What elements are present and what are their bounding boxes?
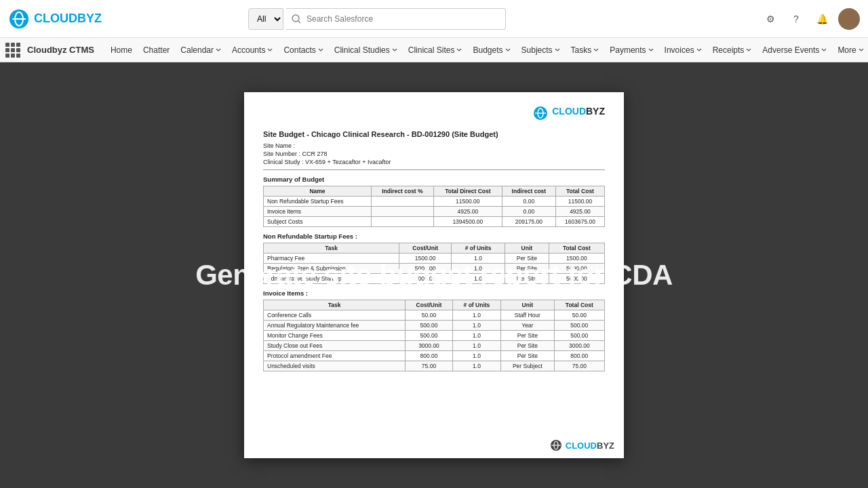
- chevron-down-icon: [821, 47, 827, 53]
- top-navigation: CLOUDBYZ All ⚙ ? 🔔: [0, 0, 868, 38]
- table-row: Pharmacy Fee 1500.00 1.0 Per Site 1500.0…: [264, 253, 605, 264]
- apps-grid-icon[interactable]: [5, 43, 20, 58]
- nav-icons: ⚙ ? 🔔: [761, 8, 860, 30]
- table-row: Non Refundable Startup Fees 11500.00 0.0…: [264, 197, 605, 207]
- invoice-section-title: Invoice Items :: [263, 289, 605, 297]
- nav-item-calendar[interactable]: Calendar: [175, 38, 226, 62]
- nav-item-contacts[interactable]: Contacts: [278, 38, 328, 62]
- search-input[interactable]: [286, 8, 506, 30]
- second-navigation: Cloudbyz CTMS Home Chatter Calendar Acco…: [0, 38, 868, 62]
- doc-site-number: Site Number : CCR 278: [263, 150, 605, 157]
- doc-logo-icon: [533, 106, 548, 121]
- chevron-down-icon: [746, 47, 751, 53]
- nav-item-adverse-events[interactable]: Adverse Events: [757, 38, 832, 62]
- document-title: Site Budget - Chicago Clinical Research …: [263, 130, 605, 138]
- nav-item-budgets[interactable]: Budgets: [467, 38, 515, 62]
- table-row: Unscheduled visits 75.00 1.0 Per Subject…: [264, 361, 605, 371]
- main-content: CLOUDBYZ Site Budget - Chicago Clinical …: [0, 62, 868, 488]
- nav-item-tasks[interactable]: Tasks: [566, 38, 605, 62]
- chevron-down-icon: [318, 47, 323, 53]
- cloudbyz-logo-icon: [8, 8, 30, 30]
- summary-col-total-direct: Total Direct Cost: [433, 186, 502, 197]
- invoice-table: Task Cost/Unit # of Units Unit Total Cos…: [263, 300, 605, 371]
- summary-col-indirect-pct: Indirect cost %: [371, 186, 433, 197]
- summary-col-name: Name: [264, 186, 372, 197]
- bottom-logo-icon: [550, 439, 562, 451]
- startup-section-title: Non Refundable Startup Fees :: [263, 232, 605, 240]
- chevron-down-icon: [267, 47, 273, 53]
- search-filter-dropdown[interactable]: All: [248, 8, 283, 30]
- notifications-icon-btn[interactable]: 🔔: [812, 9, 831, 28]
- logo-area: CLOUDBYZ: [8, 8, 117, 30]
- chevron-down-icon: [696, 47, 702, 53]
- startup-table: Task Cost/Unit # of Units Unit Total Cos…: [263, 243, 605, 284]
- table-row: Subject Costs 1394500.00 209175.00 16036…: [264, 217, 605, 227]
- doc-site-name: Site Name :: [263, 142, 605, 149]
- document-logo: CLOUDBYZ: [263, 106, 605, 121]
- table-row: Annual Regulatory Maintenance fee 500.00…: [264, 321, 605, 331]
- chevron-down-icon: [456, 47, 462, 53]
- table-row: Study Close out Fees 3000.00 1.0 Per Sit…: [264, 341, 605, 351]
- setup-icon-btn[interactable]: ⚙: [761, 9, 780, 28]
- help-icon-btn[interactable]: ?: [787, 9, 806, 28]
- chevron-down-icon: [648, 47, 654, 53]
- table-row: Conference Calls 50.00 1.0 Staff Hour 50…: [264, 310, 605, 321]
- svg-point-3: [292, 15, 299, 22]
- search-area: All: [248, 8, 506, 30]
- chevron-down-icon: [555, 47, 560, 53]
- table-row: Regulatory Prep & Submission 5000.00 1.0…: [264, 264, 605, 274]
- search-input-wrap: [286, 8, 506, 30]
- summary-col-indirect: Indirect cost: [502, 186, 555, 197]
- doc-clinical-study: Clinical Study : VX-659 + Tezacaftor + I…: [263, 159, 605, 165]
- nav-item-invoices[interactable]: Invoices: [659, 38, 707, 62]
- nav-item-clinical-studies[interactable]: Clinical Studies: [329, 38, 403, 62]
- chevron-down-icon: [392, 47, 397, 53]
- search-icon: [292, 14, 301, 24]
- nav-item-more[interactable]: More: [832, 38, 868, 62]
- table-row: Administrative Study Start up 5000.00 1.…: [264, 274, 605, 284]
- nav-item-subjects[interactable]: Subjects: [516, 38, 566, 62]
- bottom-watermark: CLOUDBYZ: [550, 439, 614, 451]
- chevron-down-icon: [505, 47, 511, 53]
- nav-item-clinical-sites[interactable]: Clinical Sites: [403, 38, 468, 62]
- chevron-down-icon: [593, 47, 599, 53]
- nav-item-payments[interactable]: Payments: [604, 38, 658, 62]
- user-avatar[interactable]: [838, 8, 860, 30]
- nav-item-receipts[interactable]: Receipts: [707, 38, 757, 62]
- nav-item-accounts[interactable]: Accounts: [226, 38, 278, 62]
- bottom-logo-text: CLOUDBYZ: [566, 441, 614, 451]
- nav-item-home[interactable]: Home: [105, 38, 138, 62]
- summary-section-title: Summary of Budget: [263, 176, 605, 183]
- document-preview: CLOUDBYZ Site Budget - Chicago Clinical …: [244, 92, 624, 458]
- table-row: Protocol amendment Fee 800.00 1.0 Per Si…: [264, 351, 605, 361]
- summary-col-total: Total Cost: [555, 186, 604, 197]
- table-row: Invoice Items 4925.00 0.00 4925.00: [264, 207, 605, 217]
- svg-line-4: [298, 21, 300, 23]
- doc-divider: [263, 169, 605, 170]
- logo-text: CLOUDBYZ: [34, 12, 102, 26]
- chevron-down-icon: [216, 47, 221, 53]
- chevron-down-icon: [859, 47, 864, 53]
- nav-item-chatter[interactable]: Chatter: [138, 38, 175, 62]
- table-row: Monitor Change Fees 500.00 1.0 Per Site …: [264, 331, 605, 341]
- app-name: Cloudbyz CTMS: [27, 45, 94, 55]
- summary-table: Name Indirect cost % Total Direct Cost I…: [263, 186, 605, 227]
- doc-logo-text: CLOUDBYZ: [552, 106, 605, 117]
